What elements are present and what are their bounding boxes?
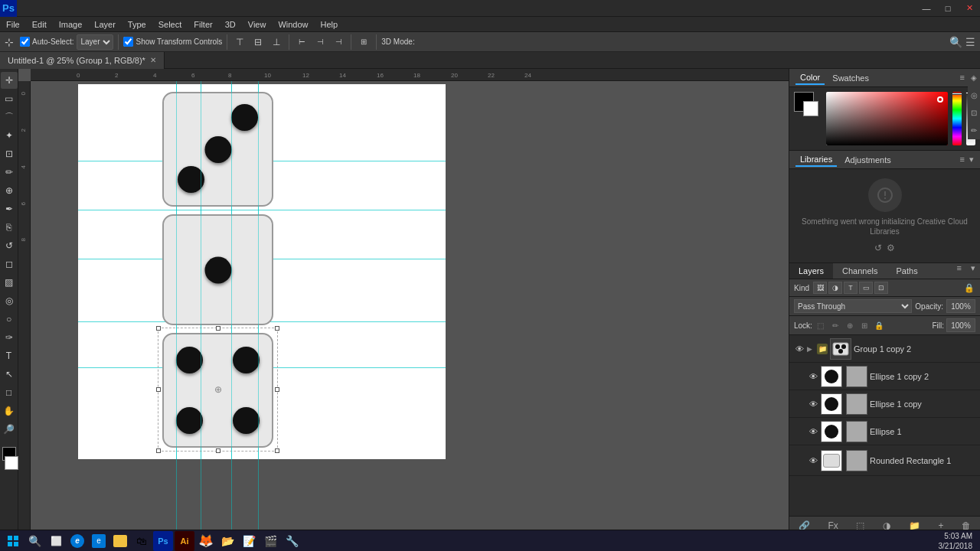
lock-pixels-icon[interactable]: ✏ — [829, 319, 841, 331]
menu-select[interactable]: Select — [152, 17, 188, 31]
panel-options-icon[interactable]: ≡ — [960, 73, 965, 83]
opacity-input[interactable] — [946, 299, 975, 313]
crop-tool[interactable]: ⊡ — [1, 145, 18, 162]
selection-tool[interactable]: ▭ — [1, 90, 18, 107]
taskbar-ff[interactable]: 🦊 — [196, 531, 216, 551]
color-gradient-area[interactable] — [826, 92, 948, 145]
eyedropper-tool[interactable]: ✏ — [1, 164, 18, 181]
history-brush-tool[interactable]: ↺ — [1, 237, 18, 254]
filter-shape-icon[interactable]: ▭ — [859, 282, 873, 294]
libraries-settings-icon[interactable]: ⚙ — [887, 243, 895, 253]
menu-3d[interactable]: 3D — [219, 17, 242, 31]
doc-tab[interactable]: Untitled-1 @ 25% (Group 1, RGB/8)* ✕ — [0, 52, 165, 69]
close-button[interactable]: ✕ — [959, 0, 980, 17]
workspace-icon[interactable]: ☰ — [965, 36, 975, 48]
magic-wand-tool[interactable]: ✦ — [1, 127, 18, 144]
layer-item-ellipse1copy[interactable]: 👁 Ellipse 1 copy — [789, 390, 980, 418]
taskbar-notes[interactable]: 📝 — [239, 531, 259, 551]
lock-transparent-icon[interactable]: ⬚ — [815, 319, 827, 331]
lasso-tool[interactable]: ⌒ — [1, 109, 18, 126]
taskbar-ie[interactable]: e — [67, 531, 87, 551]
menu-image[interactable]: Image — [53, 17, 89, 31]
layer-item-rr[interactable]: 👁 Rounded Rectangle 1 — [789, 445, 980, 476]
start-button[interactable] — [3, 531, 23, 551]
panel-icon-3[interactable]: ⊡ — [971, 109, 977, 117]
hand-tool[interactable]: ✋ — [1, 403, 18, 419]
taskbar-edge[interactable]: e — [89, 531, 109, 551]
layer-item-ellipse1[interactable]: 👁 Ellipse 1 — [789, 418, 980, 445]
filter-pixel-icon[interactable]: 🖼 — [813, 282, 827, 294]
zoom-tool[interactable]: 🔎 — [1, 421, 18, 438]
distribute-btn[interactable]: ⊞ — [356, 34, 371, 50]
align-vcenter-btn[interactable]: ⊟ — [250, 34, 266, 50]
taskbar-explorer[interactable] — [110, 531, 130, 551]
panel-icon-1[interactable]: ◈ — [971, 73, 977, 82]
filter-type-icon[interactable]: T — [844, 282, 858, 294]
taskbar-finder[interactable]: 📂 — [217, 531, 237, 551]
layer-visibility-group[interactable]: 👁 — [794, 344, 805, 354]
layer-visibility-ellipse1copy[interactable]: 👁 — [808, 399, 818, 409]
minimize-button[interactable]: — — [916, 0, 937, 17]
hue-slider[interactable] — [952, 92, 962, 145]
menu-window[interactable]: Window — [272, 17, 314, 31]
lock-position-icon[interactable]: ⊕ — [844, 319, 856, 331]
taskbar-ps[interactable]: Ps — [153, 531, 173, 551]
auto-select-checkbox[interactable] — [20, 37, 30, 47]
taskbar-misc[interactable]: 🔧 — [282, 531, 302, 551]
filter-smart-icon[interactable]: ⊡ — [874, 282, 888, 294]
lock-artboard-icon[interactable]: ⊞ — [858, 319, 871, 331]
layer-item-ellipse2[interactable]: 👁 Ellipse 1 copy 2 — [789, 363, 980, 390]
background-swatch[interactable] — [803, 101, 818, 116]
type-tool[interactable]: T — [1, 347, 18, 364]
align-hcenter-btn[interactable]: ⊣ — [312, 34, 328, 50]
tab-color[interactable]: Color — [795, 71, 825, 85]
layer-visibility-ellipse1[interactable]: 👁 — [808, 426, 818, 437]
libraries-collapse-icon[interactable]: ▾ — [969, 155, 974, 165]
show-transform-check[interactable]: Show Transform Controls — [123, 37, 222, 47]
menu-layer[interactable]: Layer — [88, 17, 122, 31]
filter-lock-icon[interactable]: 🔒 — [963, 282, 975, 294]
layer-select[interactable]: Layer — [77, 34, 113, 50]
menu-file[interactable]: File — [0, 17, 26, 31]
menu-type[interactable]: Type — [122, 17, 152, 31]
lock-all-icon[interactable]: 🔒 — [873, 319, 885, 331]
layer-visibility-ellipse2[interactable]: 👁 — [808, 371, 818, 382]
tab-layers[interactable]: Layers — [789, 263, 833, 279]
background-color[interactable] — [5, 456, 18, 470]
heal-tool[interactable]: ⊕ — [1, 182, 18, 199]
menu-help[interactable]: Help — [315, 17, 345, 31]
maximize-button[interactable]: □ — [937, 0, 959, 17]
fill-input[interactable] — [946, 318, 975, 332]
layer-item-group[interactable]: 👁 ▶ 📁 Group 1 copy 2 — [789, 335, 980, 363]
panel-icon-2[interactable]: ◎ — [971, 91, 978, 99]
filter-adjust-icon[interactable]: ◑ — [828, 282, 842, 294]
eraser-tool[interactable]: ◻ — [1, 256, 18, 272]
blend-mode-select[interactable]: Pass Through — [794, 299, 912, 313]
taskbar-ai[interactable]: Ai — [175, 531, 194, 551]
layers-panel-collapse[interactable]: ▾ — [966, 263, 980, 279]
show-transform-checkbox[interactable] — [123, 37, 133, 47]
gradient-tool[interactable]: ▨ — [1, 274, 18, 291]
align-left-btn[interactable]: ⊢ — [294, 34, 309, 50]
clone-tool[interactable]: ⎘ — [1, 219, 18, 236]
tab-paths[interactable]: Paths — [887, 263, 927, 279]
align-right-btn[interactable]: ⊣ — [331, 34, 346, 50]
shape-tool[interactable]: □ — [1, 384, 18, 401]
menu-edit[interactable]: Edit — [26, 17, 53, 31]
align-bottom-btn[interactable]: ⊥ — [269, 34, 284, 50]
dodge-tool[interactable]: ○ — [1, 311, 18, 328]
libraries-options-icon[interactable]: ≡ — [960, 155, 965, 165]
tab-channels[interactable]: Channels — [833, 263, 887, 279]
tab-libraries[interactable]: Libraries — [795, 153, 837, 167]
panel-icon-4[interactable]: ✏ — [971, 126, 977, 135]
taskbar-store[interactable]: 🛍 — [132, 531, 152, 551]
brush-tool[interactable]: ✒ — [1, 201, 18, 217]
tab-swatches[interactable]: Swatches — [828, 72, 874, 84]
search-icon[interactable]: 🔍 — [949, 36, 962, 48]
tab-adjustments[interactable]: Adjustments — [840, 154, 896, 166]
task-view-btn[interactable]: ⬜ — [46, 531, 66, 551]
libraries-refresh-icon[interactable]: ↺ — [874, 243, 882, 253]
menu-view[interactable]: View — [242, 17, 273, 31]
taskbar-vlc[interactable]: 🎬 — [260, 531, 280, 551]
blur-tool[interactable]: ◎ — [1, 292, 18, 309]
